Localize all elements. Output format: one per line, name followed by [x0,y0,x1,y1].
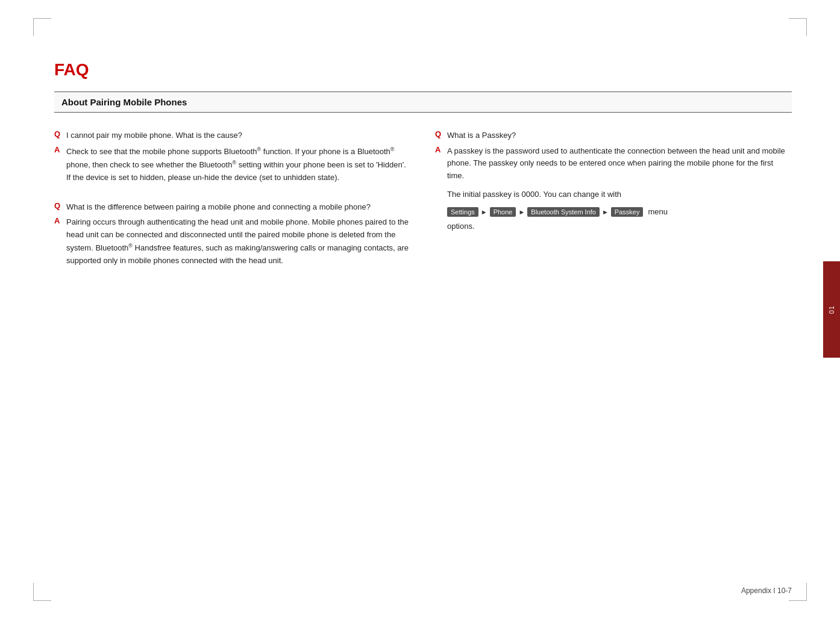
qa-block-1: Q I cannot pair my mobile phone. What is… [54,129,411,184]
a2-text: Pairing occurs through authenticating th… [66,217,409,265]
page-container: 01 FAQ About Pairing Mobile Phones Q I c… [0,0,840,619]
nav-item-passkey: Passkey [611,207,644,217]
q1-text: I cannot pair my mobile phone. What is t… [66,129,242,142]
nav-breadcrumb: Settings ► Phone ► Bluetooth System Info… [447,206,668,219]
a3-text-options: options. [447,220,792,233]
nav-item-bluetooth-system-info: Bluetooth System Info [527,207,600,217]
a3-text-part3: menu [648,206,668,219]
corner-mark-tl [33,18,51,36]
corner-mark-tr [789,18,807,36]
q1-label: Q [54,129,63,138]
qa-block-3: Q What is a Passkey? A A passkey is the … [435,129,792,233]
section-header: About Pairing Mobile Phones [54,92,792,113]
right-tab: 01 [823,261,840,358]
a1-content: Check to see that the mobile phone suppo… [66,145,411,184]
a3-label: A [435,145,444,154]
columns-layout: Q I cannot pair my mobile phone. What is… [54,129,792,284]
footer: Appendix I 10-7 [741,586,792,595]
qa-block-2: Q What is the difference between pairing… [54,201,411,267]
question-2-line: Q What is the difference between pairing… [54,201,411,213]
nav-item-phone: Phone [490,207,516,217]
a1-label: A [54,145,63,154]
left-column: Q I cannot pair my mobile phone. What is… [54,129,411,284]
nav-arrow-2: ► [518,208,525,216]
page-title: FAQ [54,60,792,79]
corner-mark-bl [33,583,51,601]
nav-item-settings: Settings [447,207,478,217]
q2-label: Q [54,201,63,210]
answer-2-line: A Pairing occurs through authenticating … [54,216,411,267]
footer-text: Appendix I 10-7 [741,586,792,595]
q3-text: What is a Passkey? [447,129,516,142]
nav-arrow-1: ► [481,208,487,216]
a3-content: A passkey is the password used to authen… [447,145,792,234]
a1-text: Check to see that the mobile phone suppo… [66,147,406,182]
section-title: About Pairing Mobile Phones [61,97,187,107]
answer-1-line: A Check to see that the mobile phone sup… [54,145,411,184]
question-1-line: Q I cannot pair my mobile phone. What is… [54,129,411,142]
nav-arrow-3: ► [602,208,609,216]
q3-label: Q [435,129,444,138]
a2-content: Pairing occurs through authenticating th… [66,216,411,267]
right-column: Q What is a Passkey? A A passkey is the … [435,129,792,284]
main-content: FAQ About Pairing Mobile Phones Q I cann… [54,60,792,583]
a3-text-part2: The initial passkey is 0000. You can cha… [447,188,792,201]
a2-label: A [54,216,63,225]
q2-text: What is the difference between pairing a… [66,201,371,213]
a3-text-part1: A passkey is the password used to authen… [447,145,792,182]
right-tab-label: 01 [828,305,835,314]
answer-3-line: A A passkey is the password used to auth… [435,145,792,234]
question-3-line: Q What is a Passkey? [435,129,792,142]
